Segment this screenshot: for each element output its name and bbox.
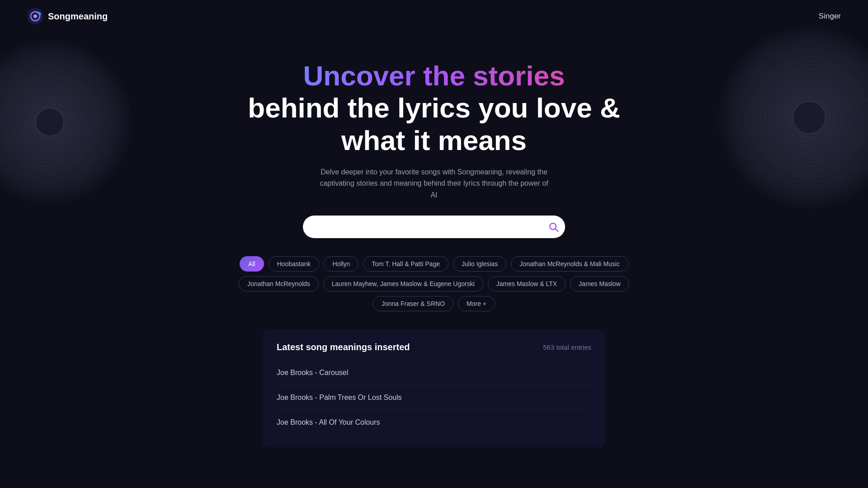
- hero-title-line2: what it means: [248, 124, 620, 156]
- svg-line-4: [556, 229, 558, 231]
- search-icon: [548, 221, 559, 232]
- filter-tag[interactable]: All: [240, 256, 264, 272]
- nav-singer-link[interactable]: Singer: [819, 12, 841, 21]
- logo[interactable]: Songmeaning: [27, 8, 108, 24]
- hero-title-gradient: Uncover the stories: [248, 60, 620, 92]
- filter-tag[interactable]: Hoobastank: [269, 256, 320, 272]
- filter-tag[interactable]: Jonathan McReynolds: [239, 276, 319, 291]
- latest-count: 563 total entries: [543, 343, 591, 351]
- navbar: Songmeaning Singer: [0, 0, 868, 33]
- svg-point-2: [33, 14, 37, 18]
- latest-header: Latest song meanings inserted 563 total …: [277, 342, 591, 352]
- filter-tag[interactable]: Hollyn: [324, 256, 359, 272]
- filter-tag[interactable]: Tom T. Hall & Patti Page: [363, 256, 448, 272]
- logo-icon: [27, 8, 43, 24]
- filter-tag[interactable]: More +: [458, 296, 495, 311]
- filter-tag[interactable]: Jonathan McReynolds & Mali Music: [511, 256, 628, 272]
- hero-subtitle: Delve deeper into your favorite songs wi…: [316, 166, 552, 201]
- song-list-item[interactable]: Joe Brooks - Palm Trees Or Lost Souls: [277, 385, 591, 410]
- main-content: Uncover the stories behind the lyrics yo…: [0, 33, 868, 447]
- filter-tag[interactable]: James Maslow: [570, 276, 629, 291]
- latest-title: Latest song meanings inserted: [277, 342, 410, 352]
- song-list-item[interactable]: Joe Brooks - All Of Your Colours: [277, 410, 591, 435]
- search-input[interactable]: [303, 216, 565, 238]
- latest-panel: Latest song meanings inserted 563 total …: [262, 329, 606, 447]
- filter-tag[interactable]: James Maslow & LTX: [488, 276, 566, 291]
- logo-text: Songmeaning: [48, 11, 108, 22]
- hero-title: Uncover the stories behind the lyrics yo…: [248, 60, 620, 156]
- filter-tag[interactable]: Julio Iglesias: [453, 256, 506, 272]
- song-list: Joe Brooks - CarouselJoe Brooks - Palm T…: [277, 361, 591, 435]
- hero-title-line1: behind the lyrics you love &: [248, 92, 620, 124]
- search-container: [303, 216, 565, 238]
- song-list-item[interactable]: Joe Brooks - Carousel: [277, 361, 591, 385]
- filter-tags: AllHoobastankHollynTom T. Hall & Patti P…: [231, 256, 637, 311]
- search-button[interactable]: [548, 221, 559, 232]
- filter-tag[interactable]: Lauren Mayhew, James Maslow & Eugene Ugo…: [323, 276, 483, 291]
- filter-tag[interactable]: Jonna Fraser & SRNO: [373, 296, 453, 311]
